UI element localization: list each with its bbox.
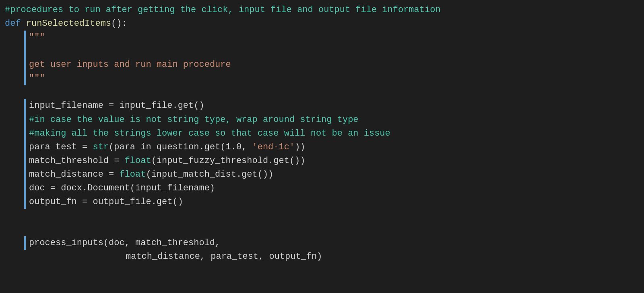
code-editor: #procedures to run after getting the cli…	[0, 0, 644, 293]
paren: ():	[111, 17, 127, 31]
docstring-content: get user inputs and run main procedure	[29, 58, 231, 72]
code-line-4	[0, 44, 644, 58]
line-indicator-12	[24, 154, 26, 168]
code-line-8: input_filename = input_file.get()	[0, 99, 644, 113]
builtin-str: str	[93, 140, 109, 154]
line-indicator-10	[24, 127, 26, 140]
code-line-3: """	[0, 31, 644, 44]
code-line-7	[0, 85, 644, 99]
var-match-threshold: match_threshold =	[29, 154, 125, 168]
code-line-19: match_distance, para_test, output_fn)	[0, 250, 644, 264]
code-line-9: #in case the value is not string type, w…	[0, 113, 644, 127]
docstring-close: """	[29, 72, 45, 85]
process-inputs-call: process_inputs(doc, match_threshold,	[29, 236, 220, 250]
string-end1c: 'end-1c'	[252, 140, 295, 154]
para-args: (para_in_question.get(1.0,	[109, 140, 252, 154]
code-line-1: #procedures to run after getting the cli…	[0, 3, 644, 17]
var-match-distance: match_distance =	[29, 168, 119, 182]
code-line-17	[0, 223, 644, 236]
comment-text-3: #making all the strings lower case so th…	[29, 127, 390, 140]
close-parens: ))	[295, 140, 305, 154]
space	[21, 17, 26, 31]
line-indicator-9	[24, 113, 26, 127]
var-para-test: para_test =	[29, 140, 93, 154]
code-line-16	[0, 209, 644, 223]
code-line-18: process_inputs(doc, match_threshold,	[0, 236, 644, 250]
code-line-5: get user inputs and run main procedure	[0, 58, 644, 72]
code-text: input_filename = input_file.get()	[29, 99, 204, 113]
line-indicator-18	[24, 236, 26, 250]
code-line-15: output_fn = output_file.get()	[0, 195, 644, 209]
line-indicator-13	[24, 168, 26, 182]
line-indicator-4	[24, 44, 26, 58]
keyword-def: def	[5, 17, 21, 31]
code-line-11: para_test = str(para_in_question.get(1.0…	[0, 140, 644, 154]
line-indicator-14	[24, 182, 26, 195]
line-indicator-6	[24, 72, 26, 85]
code-line-10: #making all the strings lower case so th…	[0, 127, 644, 140]
builtin-float-1: float	[125, 154, 151, 168]
line-indicator-5	[24, 58, 26, 72]
process-inputs-args: match_distance, para_test, output_fn)	[126, 250, 322, 264]
line-indicator-3	[24, 31, 26, 44]
distance-args: (input_match_dist.get())	[146, 168, 273, 182]
code-line-12: match_threshold = float(input_fuzzy_thre…	[0, 154, 644, 168]
line-indicator-8	[24, 99, 26, 113]
code-line-2: def runSelectedItems():	[0, 17, 644, 31]
threshold-args: (input_fuzzy_threshold.get())	[151, 154, 305, 168]
code-line-14: doc = docx.Document(input_filename)	[0, 182, 644, 195]
var-output-fn: output_fn = output_file.get()	[29, 195, 183, 209]
docstring-open: """	[29, 31, 45, 44]
line-indicator-11	[24, 140, 26, 154]
builtin-float-2: float	[119, 168, 146, 182]
function-name: runSelectedItems	[26, 17, 111, 31]
var-doc: doc = docx.Document(input_filename)	[29, 182, 215, 195]
comment-text-2: #in case the value is not string type, w…	[29, 113, 359, 127]
line-indicator-15	[24, 195, 26, 209]
comment-text: #procedures to run after getting the cli…	[5, 3, 441, 17]
code-line-6: """	[0, 72, 644, 85]
code-line-13: match_distance = float(input_match_dist.…	[0, 168, 644, 182]
